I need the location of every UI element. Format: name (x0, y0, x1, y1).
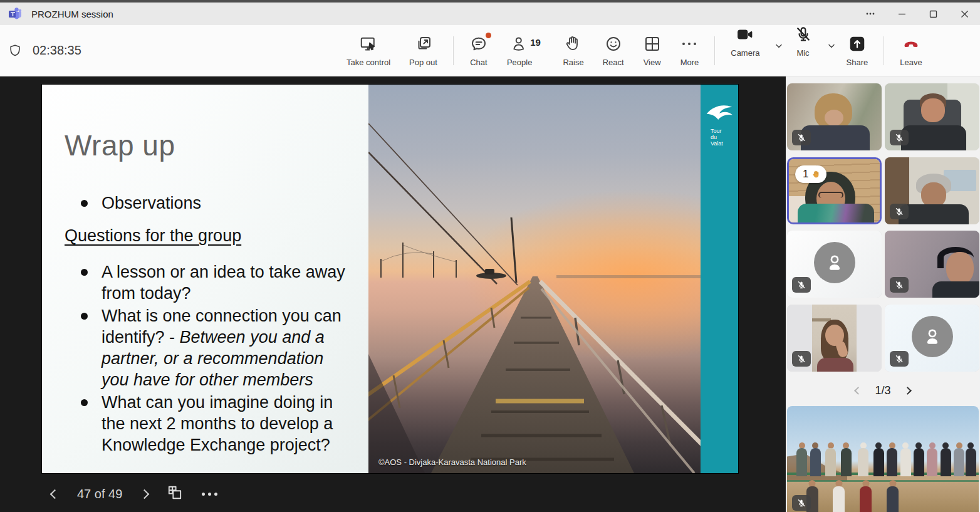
participant-tile-4[interactable] (885, 157, 979, 224)
mic-muted-icon (794, 25, 813, 44)
avatar (814, 242, 855, 283)
window-title: PROZHUM session (31, 9, 113, 19)
chat-notification-dot (486, 33, 491, 38)
logo-text: Tour du Valat (705, 128, 726, 147)
close-button[interactable] (949, 3, 980, 25)
pager-previous-button[interactable] (855, 387, 863, 395)
mic-muted-badge (890, 277, 909, 293)
slide-grid-view-button[interactable] (167, 484, 183, 503)
meeting-toolbar: 02:38:35 Take control Pop out (0, 25, 980, 76)
share-icon (848, 34, 867, 53)
bullet-dot (81, 399, 88, 406)
slide-more-options-button[interactable] (202, 484, 217, 503)
mic-button[interactable]: Mic (785, 25, 822, 58)
next-slide-button[interactable] (140, 489, 150, 499)
mic-muted-badge (792, 351, 811, 367)
leave-call-icon (901, 34, 921, 53)
minimize-button[interactable] (886, 3, 917, 25)
raise-hand-button[interactable]: Raise (553, 25, 593, 76)
tour-du-valat-bird-logo (705, 101, 734, 123)
bullet-dot (81, 269, 88, 276)
slide-question-3: What can you imagine doing in the next 2… (102, 392, 351, 456)
pop-out-icon (414, 34, 433, 53)
people-icon: 19 (510, 34, 529, 53)
participant-tile-6[interactable] (885, 231, 979, 298)
mic-muted-badge (890, 130, 909, 145)
raised-hand-icon (811, 170, 821, 179)
pager-next-button[interactable] (904, 387, 912, 395)
slide-photo-pier-sunset: ©AOS - Divjaka-Karavasta National Park (368, 85, 701, 473)
mic-muted-badge (792, 130, 811, 145)
teams-logo-icon (8, 6, 23, 21)
chat-icon (469, 34, 488, 53)
participant-tile-2[interactable] (885, 83, 979, 150)
slide-navigation: 47 of 49 (51, 483, 217, 504)
participant-tile-5-avatar[interactable] (787, 231, 882, 298)
presentation-stage: Wrap up Observations Questions for the g… (0, 76, 786, 512)
previous-slide-button[interactable] (50, 489, 60, 499)
slide-bullet-observations: Observations (102, 192, 201, 214)
toolbar-separator (714, 36, 715, 65)
teams-meeting-window: PROZHUM session 02:38:35 (0, 0, 980, 512)
bullet-dot (81, 200, 88, 207)
slide-question-1: A lesson or an idea to take away from to… (102, 261, 351, 304)
react-button[interactable]: React (593, 25, 633, 76)
pager-position: 1/3 (875, 384, 890, 397)
window-more-button[interactable] (855, 3, 886, 25)
take-control-icon (359, 34, 378, 53)
camera-options-chevron[interactable] (774, 41, 783, 53)
meeting-timer: 02:38:35 (33, 43, 81, 58)
react-smiley-icon (604, 34, 623, 53)
raised-hand-badge: 1 (795, 165, 826, 183)
view-button[interactable]: View (633, 25, 671, 76)
more-button[interactable]: More (671, 25, 709, 76)
participant-tile-1[interactable] (787, 83, 882, 150)
slide-position: 47 of 49 (77, 487, 122, 501)
more-ellipsis-icon (682, 34, 696, 53)
mic-muted-badge (792, 277, 811, 293)
photo-caption: ©AOS - Divjaka-Karavasta National Park (378, 457, 526, 467)
view-grid-icon (643, 34, 662, 53)
slide-subheading: Questions for the group (65, 225, 351, 246)
bullet-dot (81, 313, 88, 320)
maximize-button[interactable] (917, 3, 949, 25)
people-count: 19 (530, 37, 541, 48)
participant-tile-7[interactable] (787, 305, 882, 372)
participant-tile-active-speaker[interactable]: 1 (787, 157, 882, 224)
raise-hand-icon (564, 34, 583, 53)
pier-scene-art (368, 85, 701, 473)
mic-options-chevron[interactable] (827, 41, 836, 53)
slide-teal-stripe: Tour du Valat (701, 85, 738, 473)
people-button[interactable]: 19 People (498, 25, 553, 76)
slide-text-panel: Wrap up Observations Questions for the g… (42, 85, 368, 473)
shield-icon (8, 43, 23, 58)
leave-button[interactable]: Leave (890, 25, 931, 76)
participants-panel: 1 (786, 76, 980, 512)
shared-slide: Wrap up Observations Questions for the g… (42, 85, 738, 473)
participants-pager: 1/3 (786, 381, 980, 400)
participant-tile-8-avatar[interactable] (885, 305, 979, 372)
toolbar-separator (884, 36, 884, 65)
slide-title: Wrap up (65, 128, 351, 162)
camera-button[interactable]: Camera (721, 25, 769, 58)
take-control-button[interactable]: Take control (337, 25, 400, 76)
titlebar: PROZHUM session (0, 3, 980, 25)
pop-out-button[interactable]: Pop out (400, 25, 447, 76)
chat-button[interactable]: Chat (460, 25, 498, 76)
mic-muted-badge (890, 204, 909, 219)
camera-icon (735, 25, 755, 44)
participant-tile-group-photo[interactable] (787, 406, 979, 512)
avatar (912, 316, 953, 357)
toolbar-separator (453, 36, 454, 65)
slide-question-2: What is one connection you can identify?… (102, 305, 351, 390)
mic-muted-badge (890, 351, 909, 367)
mic-muted-badge (792, 495, 811, 511)
share-button[interactable]: Share (837, 25, 878, 76)
